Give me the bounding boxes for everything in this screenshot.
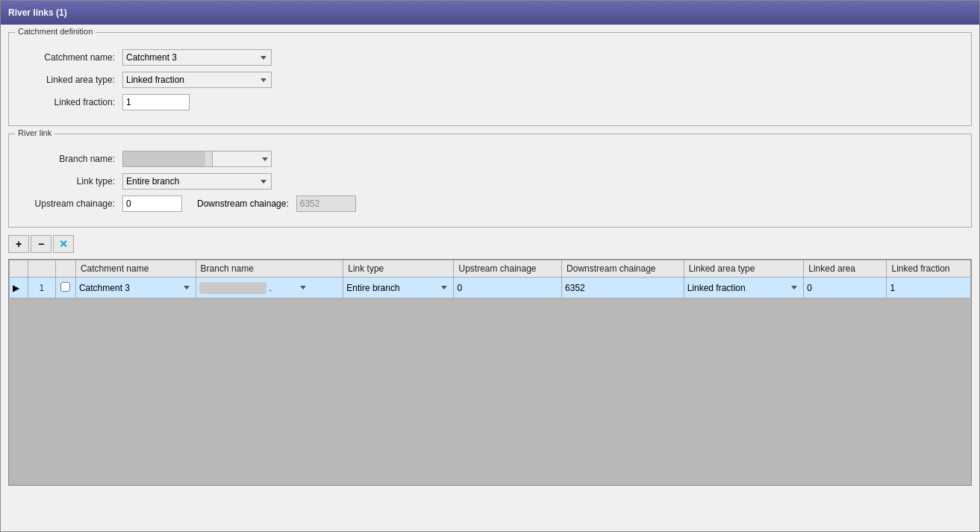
linked-fraction-label: Linked fraction: <box>18 97 122 107</box>
upstream-chainage-cell[interactable]: 0 <box>454 278 562 298</box>
col-checkbox <box>55 260 75 278</box>
col-catchment-name: Catchment name <box>75 260 196 278</box>
row-indicator-cell: ▶ <box>10 278 28 298</box>
river-links-table: Catchment name Branch name Link type Ups… <box>9 260 971 298</box>
linked-area-type-label: Linked area type: <box>18 75 122 85</box>
col-linked-area-type: Linked area type <box>684 260 804 278</box>
main-window: River links (1) Catchment definition Cat… <box>0 0 980 532</box>
upstream-chainage-input[interactable] <box>122 195 182 212</box>
table-toolbar: + − ✕ <box>8 235 972 253</box>
upstream-chainage-label: Upstream chainage: <box>18 198 122 209</box>
downstream-chainage-cell: 6352 <box>562 278 684 298</box>
link-type-row: Link type: Entire branch Partial branch <box>18 173 962 190</box>
catchment-name-row: Catchment name: Catchment 3 <box>18 49 962 66</box>
link-type-select[interactable]: Entire branch Partial branch <box>122 173 272 190</box>
table-header-row: Catchment name Branch name Link type Ups… <box>10 260 971 278</box>
add-button[interactable]: + <box>8 235 29 253</box>
col-indicator <box>10 260 28 278</box>
linked-area-type-cell[interactable]: Linked fraction <box>684 278 804 298</box>
window-title: River links (1) <box>8 7 67 18</box>
catchment-name-cell-select[interactable]: Catchment 3 <box>79 280 193 296</box>
linked-fraction-input[interactable] <box>122 94 190 110</box>
linked-fraction-row: Linked fraction: <box>18 94 962 110</box>
link-type-label: Link type: <box>18 176 122 187</box>
data-table-container: Catchment name Branch name Link type Ups… <box>8 259 972 486</box>
remove-button[interactable]: − <box>31 235 52 253</box>
row-checkbox[interactable] <box>60 282 70 292</box>
table-empty-area <box>9 298 971 485</box>
branch-name-select[interactable] <box>212 151 272 167</box>
catchment-name-select[interactable]: Catchment 3 <box>122 49 272 66</box>
river-link-group: River link Branch name: Link type: Entir… <box>8 134 972 228</box>
catchment-name-label: Catchment name: <box>18 52 122 63</box>
catchment-name-cell[interactable]: Catchment 3 <box>75 278 196 298</box>
row-num-cell: 1 <box>28 278 55 298</box>
row-checkbox-cell[interactable] <box>55 278 75 298</box>
linked-area-type-cell-select[interactable]: Linked fraction <box>687 280 801 296</box>
downstream-chainage-input[interactable] <box>296 195 356 212</box>
linked-fraction-cell: 1 <box>887 278 971 298</box>
linked-area-type-select[interactable]: Linked fraction <box>122 72 272 88</box>
link-type-cell-select[interactable]: Entire branch <box>346 280 450 296</box>
river-link-title: River link <box>15 128 54 137</box>
downstream-chainage-label: Downstream chainage: <box>197 198 296 209</box>
table-row[interactable]: ▶ 1 Catchment 3 <box>10 278 971 298</box>
col-num <box>28 260 55 278</box>
branch-name-blurred <box>122 151 212 167</box>
col-branch-name: Branch name <box>196 260 343 278</box>
catchment-definition-title: Catchment definition <box>15 27 96 36</box>
col-linked-area: Linked area <box>804 260 887 278</box>
branch-name-cell[interactable]: . <box>196 278 343 298</box>
linked-area-cell: 0 <box>804 278 887 298</box>
col-link-type: Link type <box>343 260 454 278</box>
delete-button[interactable]: ✕ <box>53 235 74 253</box>
branch-name-cell-select[interactable] <box>272 280 309 296</box>
branch-name-label: Branch name: <box>18 154 122 164</box>
chainage-row: Upstream chainage: Downstream chainage: <box>18 195 962 212</box>
content-area: Catchment definition Catchment name: Cat… <box>1 25 979 493</box>
catchment-definition-group: Catchment definition Catchment name: Cat… <box>8 32 972 126</box>
branch-name-row: Branch name: <box>18 151 962 167</box>
col-linked-fraction: Linked fraction <box>887 260 971 278</box>
col-downstream-chainage: Downstream chainage <box>562 260 684 278</box>
link-type-cell[interactable]: Entire branch <box>343 278 454 298</box>
col-upstream-chainage: Upstream chainage <box>454 260 562 278</box>
title-bar: River links (1) <box>1 1 979 25</box>
branch-name-container <box>122 151 272 167</box>
linked-area-type-row: Linked area type: Linked fraction <box>18 72 962 88</box>
